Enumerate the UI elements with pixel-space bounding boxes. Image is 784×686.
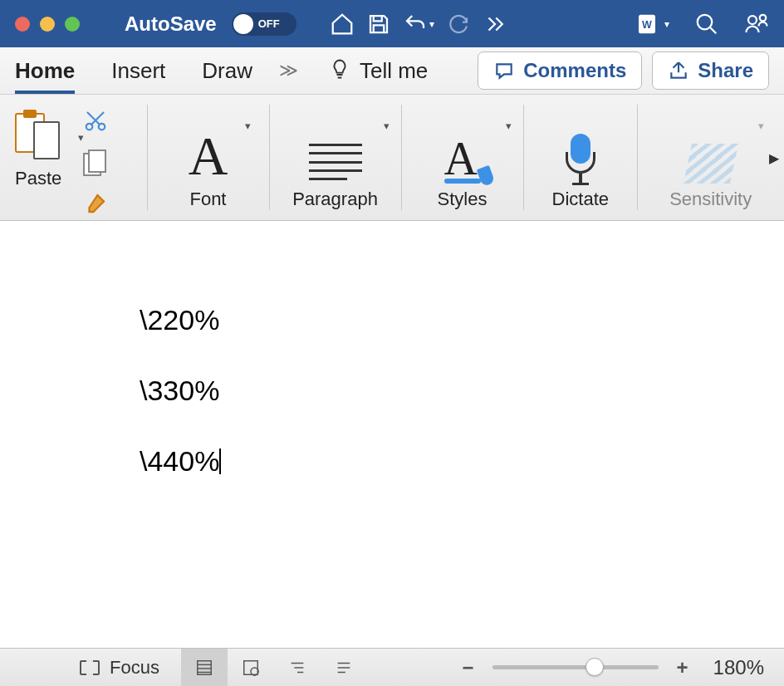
- view-mode-buttons: [181, 649, 367, 687]
- font-icon: A: [189, 129, 228, 184]
- paste-button[interactable]: Paste: [15, 103, 61, 189]
- comments-button[interactable]: Comments: [478, 51, 642, 90]
- tab-home[interactable]: Home: [15, 58, 75, 84]
- document-page[interactable]: \220% \330% \440%: [0, 221, 784, 516]
- tell-me-button[interactable]: Tell me: [328, 57, 428, 84]
- zoom-slider[interactable]: [492, 665, 659, 669]
- sensitivity-icon: [684, 144, 738, 184]
- chevron-down-icon[interactable]: ▾: [384, 120, 390, 132]
- styles-group[interactable]: A ▾ Styles: [401, 95, 523, 220]
- share-label: Share: [698, 59, 753, 82]
- font-group[interactable]: A ▾ Font: [147, 95, 269, 220]
- svg-text:W: W: [642, 19, 652, 31]
- focus-label: Focus: [110, 657, 159, 679]
- text-cursor: [219, 448, 221, 474]
- dictate-button[interactable]: Dictate: [523, 95, 637, 220]
- undo-icon[interactable]: [403, 12, 428, 37]
- format-painter-button[interactable]: [83, 191, 108, 219]
- clipboard-icon: [15, 110, 61, 163]
- paragraph-label: Paragraph: [292, 189, 378, 210]
- toggle-knob: [233, 14, 253, 34]
- web-layout-view-button[interactable]: [228, 649, 274, 687]
- ribbon-expand-icon[interactable]: ▶: [769, 149, 779, 165]
- autosave-label: AutoSave: [125, 12, 217, 36]
- copy-button[interactable]: [83, 149, 108, 178]
- focus-mode-button[interactable]: Focus: [80, 657, 159, 679]
- minimize-window-button[interactable]: [40, 17, 55, 32]
- chevron-down-icon[interactable]: ▾: [245, 120, 251, 132]
- paragraph-text[interactable]: \330%: [140, 375, 219, 407]
- maximize-window-button[interactable]: [65, 17, 80, 32]
- lightbulb-icon: [328, 57, 351, 84]
- outline-view-button[interactable]: [274, 649, 321, 687]
- chevron-down-icon[interactable]: ▾: [758, 120, 764, 132]
- document-area[interactable]: \220% \330% \440%: [0, 221, 784, 648]
- draft-view-button[interactable]: [321, 649, 367, 687]
- chevron-down-icon[interactable]: ▾: [506, 120, 512, 132]
- microphone-icon: [562, 134, 599, 184]
- autosave-toggle[interactable]: OFF: [232, 12, 296, 36]
- focus-icon: [80, 660, 100, 675]
- styles-icon: A: [444, 135, 481, 184]
- tell-me-label: Tell me: [360, 58, 428, 84]
- print-layout-view-button[interactable]: [181, 649, 228, 687]
- status-bar: Focus − + 180%: [0, 648, 784, 686]
- svg-point-2: [698, 14, 713, 29]
- paragraph-text[interactable]: \440%: [140, 445, 219, 478]
- dictate-label: Dictate: [552, 189, 609, 210]
- sensitivity-button[interactable]: ▾ Sensitivity: [637, 95, 784, 220]
- share-button[interactable]: Share: [652, 51, 769, 90]
- more-icon[interactable]: [483, 12, 507, 37]
- paragraph-text[interactable]: \220%: [140, 304, 219, 336]
- zoom-out-button[interactable]: −: [459, 656, 478, 679]
- paragraph-icon: [309, 140, 362, 184]
- font-label: Font: [189, 189, 226, 210]
- word-doc-icon[interactable]: W: [635, 12, 659, 37]
- home-icon[interactable]: [330, 12, 355, 37]
- zoom-slider-handle[interactable]: [586, 658, 604, 676]
- chevron-down-icon[interactable]: ▾: [78, 131, 84, 144]
- chevron-down-icon[interactable]: ▾: [429, 18, 434, 30]
- svg-point-3: [748, 16, 757, 24]
- search-icon[interactable]: [694, 12, 719, 37]
- autosave-state: OFF: [258, 17, 280, 30]
- redo-icon[interactable]: [446, 12, 471, 37]
- styles-label: Styles: [438, 189, 488, 210]
- undo-split-button[interactable]: ▾: [403, 12, 434, 37]
- zoom-in-button[interactable]: +: [674, 656, 692, 679]
- account-icon[interactable]: [744, 12, 769, 37]
- close-window-button[interactable]: [15, 17, 30, 32]
- svg-point-4: [760, 14, 767, 21]
- tab-draw[interactable]: Draw: [202, 58, 252, 84]
- paragraph-group[interactable]: ▾ Paragraph: [269, 95, 401, 220]
- cut-button[interactable]: [83, 108, 108, 136]
- more-tabs-icon[interactable]: ≫: [279, 60, 298, 81]
- clipboard-group: Paste ▾: [0, 95, 147, 220]
- ribbon: Paste ▾ A ▾ Font ▾ Paragraph A: [0, 95, 784, 221]
- tab-insert[interactable]: Insert: [111, 58, 165, 84]
- sensitivity-label: Sensitivity: [669, 189, 752, 210]
- ribbon-tabs: Home Insert Draw ≫ Tell me Comments Shar…: [0, 47, 784, 95]
- paste-label: Paste: [15, 168, 61, 189]
- title-bar: AutoSave OFF ▾ W ▾: [0, 0, 784, 47]
- comments-label: Comments: [523, 59, 626, 82]
- chevron-down-icon[interactable]: ▾: [664, 18, 669, 30]
- zoom-percentage[interactable]: 180%: [713, 656, 764, 679]
- save-icon[interactable]: [366, 12, 391, 37]
- window-controls: [15, 17, 80, 32]
